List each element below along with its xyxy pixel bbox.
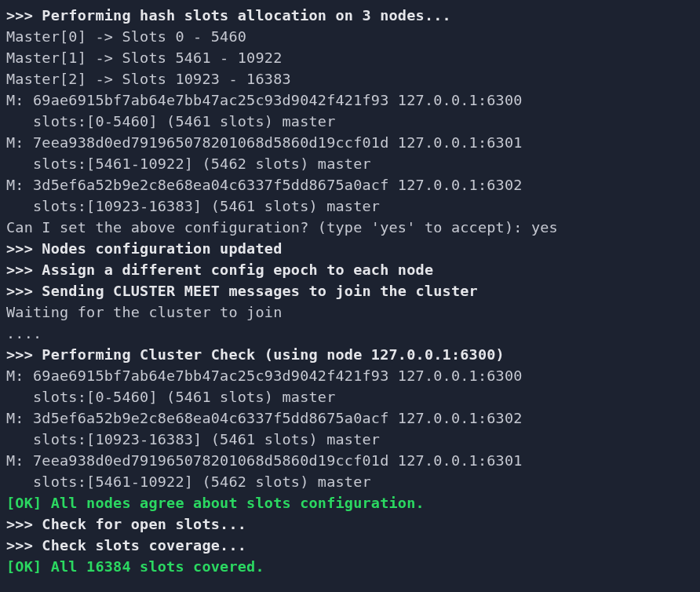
terminal-line: [OK] All 16384 slots covered. (6, 556, 694, 577)
terminal-output: >>> Performing hash slots allocation on … (0, 0, 700, 582)
terminal-line: Master[1] -> Slots 5461 - 10922 (6, 47, 694, 68)
terminal-line: slots:[10923-16383] (5461 slots) master (6, 196, 694, 217)
terminal-line: M: 7eea938d0ed791965078201068d5860d19ccf… (6, 450, 694, 471)
terminal-line: >>> Check slots coverage... (6, 535, 694, 556)
terminal-line: [OK] All nodes agree about slots configu… (6, 492, 694, 513)
terminal-line: slots:[5461-10922] (5462 slots) master (6, 153, 694, 174)
terminal-line: M: 3d5ef6a52b9e2c8e68ea04c6337f5dd8675a0… (6, 407, 694, 429)
terminal-line: >>> Nodes configuration updated (6, 238, 694, 259)
terminal-line: >>> Performing Cluster Check (using node… (6, 344, 694, 365)
terminal-line: slots:[10923-16383] (5461 slots) master (6, 429, 694, 450)
terminal-line: slots:[5461-10922] (5462 slots) master (6, 471, 694, 492)
terminal-line: >>> Check for open slots... (6, 513, 694, 535)
terminal-line: M: 7eea938d0ed791965078201068d5860d19ccf… (6, 132, 694, 153)
terminal-line: .... (6, 323, 694, 344)
terminal-line: M: 69ae6915bf7ab64e7bb47ac25c93d9042f421… (6, 365, 694, 386)
terminal-line: slots:[0-5460] (5461 slots) master (6, 111, 694, 132)
terminal-line: Master[0] -> Slots 0 - 5460 (6, 26, 694, 47)
terminal-line: >>> Performing hash slots allocation on … (6, 5, 694, 26)
terminal-line: M: 3d5ef6a52b9e2c8e68ea04c6337f5dd8675a0… (6, 174, 694, 196)
terminal-line: Waiting for the cluster to join (6, 301, 694, 323)
terminal-line: slots:[0-5460] (5461 slots) master (6, 386, 694, 407)
terminal-line: M: 69ae6915bf7ab64e7bb47ac25c93d9042f421… (6, 90, 694, 111)
terminal-line: Can I set the above configuration? (type… (6, 217, 694, 238)
terminal-line: >>> Assign a different config epoch to e… (6, 259, 694, 280)
terminal-line: Master[2] -> Slots 10923 - 16383 (6, 68, 694, 90)
terminal-line: >>> Sending CLUSTER MEET messages to joi… (6, 280, 694, 301)
